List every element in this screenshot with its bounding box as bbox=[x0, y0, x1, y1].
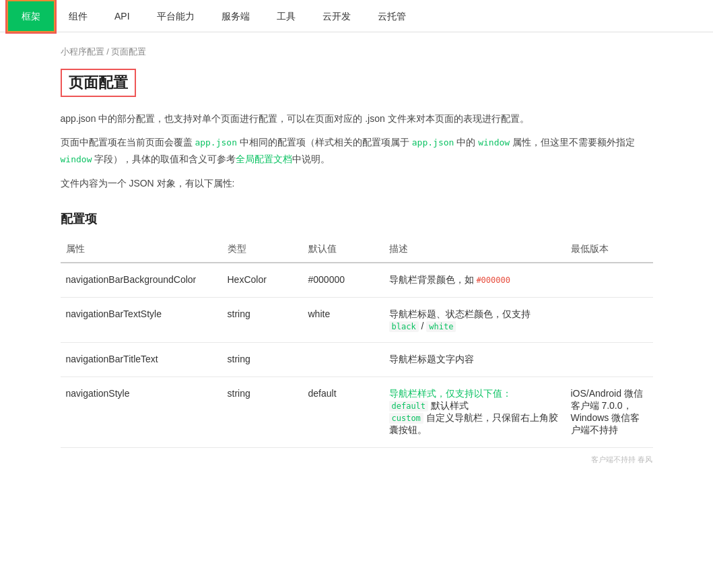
cell-type-1: HexColor bbox=[222, 263, 303, 298]
footer-watermark: 客户端不持持 春风 bbox=[61, 455, 653, 471]
cell-desc-3: 导航栏标题文字内容 bbox=[384, 342, 566, 377]
section-heading-config: 配置项 bbox=[61, 211, 653, 227]
table-row: navigationBarBackgroundColor HexColor #0… bbox=[61, 263, 653, 298]
cell-property-3: navigationBarTitleText bbox=[61, 342, 222, 377]
cell-property-1: navigationBarBackgroundColor bbox=[61, 263, 222, 298]
desc-para-3: 文件内容为一个 JSON 对象，有以下属性: bbox=[61, 175, 653, 192]
cell-default-3 bbox=[303, 342, 384, 377]
nav-item-framework[interactable]: 框架 bbox=[7, 0, 55, 32]
cell-version-3 bbox=[566, 342, 653, 377]
breadcrumb-sep: / bbox=[106, 46, 109, 57]
cell-default-1: #000000 bbox=[303, 263, 384, 298]
desc-para-2: 页面中配置项在当前页面会覆盖 app.json 中相同的配置项（样式相关的配置项… bbox=[61, 134, 653, 168]
page-title: 页面配置 bbox=[69, 73, 128, 93]
cell-desc-2: 导航栏标题、状态栏颜色，仅支持 black / white bbox=[384, 297, 566, 342]
nav-item-components[interactable]: 组件 bbox=[55, 0, 101, 32]
nav-item-tools[interactable]: 工具 bbox=[263, 0, 309, 32]
nav-bar: 框架 组件 API 平台能力 服务端 工具 云开发 云托管 bbox=[0, 0, 713, 32]
nav-item-server[interactable]: 服务端 bbox=[208, 0, 263, 32]
cell-type-3: string bbox=[222, 342, 303, 377]
cell-version-4: iOS/Android 微信客户端 7.0.0，Windows 微信客户端不持持 bbox=[566, 377, 653, 447]
global-config-link[interactable]: 全局配置文档 bbox=[236, 154, 292, 164]
cell-default-2: white bbox=[303, 297, 384, 342]
table-row: navigationBarTitleText string 导航栏标题文字内容 bbox=[61, 342, 653, 377]
cell-type-2: string bbox=[222, 297, 303, 342]
breadcrumb-current: 页面配置 bbox=[111, 46, 146, 57]
table-row: navigationBarTextStyle string white 导航栏标… bbox=[61, 297, 653, 342]
cell-version-2 bbox=[566, 297, 653, 342]
nav-item-cloud-host[interactable]: 云托管 bbox=[364, 0, 419, 32]
cell-version-1 bbox=[566, 263, 653, 298]
main-content: 小程序配置 / 页面配置 页面配置 app.json 中的部分配置，也支持对单个… bbox=[34, 32, 680, 485]
breadcrumb: 小程序配置 / 页面配置 bbox=[61, 46, 653, 58]
config-table: 属性 类型 默认值 描述 最低版本 navigationBarBackgroun… bbox=[61, 236, 653, 448]
nav-item-cloud-dev[interactable]: 云开发 bbox=[309, 0, 364, 32]
th-version: 最低版本 bbox=[566, 236, 653, 263]
table-row: navigationStyle string default 导航栏样式，仅支持… bbox=[61, 377, 653, 447]
cell-type-4: string bbox=[222, 377, 303, 447]
th-type: 类型 bbox=[222, 236, 303, 263]
cell-desc-4: 导航栏样式，仅支持以下值： default 默认样式 custom 自定义导航栏… bbox=[384, 377, 566, 447]
cell-desc-1: 导航栏背景颜色，如 #000000 bbox=[384, 263, 566, 298]
desc-para-1: app.json 中的部分配置，也支持对单个页面进行配置，可以在页面对应的 .j… bbox=[61, 110, 653, 127]
cell-property-4: navigationStyle bbox=[61, 377, 222, 447]
breadcrumb-parent[interactable]: 小程序配置 bbox=[61, 46, 104, 57]
th-property: 属性 bbox=[61, 236, 222, 263]
page-title-box: 页面配置 bbox=[61, 69, 136, 97]
cell-default-4: default bbox=[303, 377, 384, 447]
th-default: 默认值 bbox=[303, 236, 384, 263]
th-desc: 描述 bbox=[384, 236, 566, 263]
nav-item-platform[interactable]: 平台能力 bbox=[143, 0, 208, 32]
cell-property-2: navigationBarTextStyle bbox=[61, 297, 222, 342]
table-header-row: 属性 类型 默认值 描述 最低版本 bbox=[61, 236, 653, 263]
nav-item-api[interactable]: API bbox=[101, 0, 143, 32]
